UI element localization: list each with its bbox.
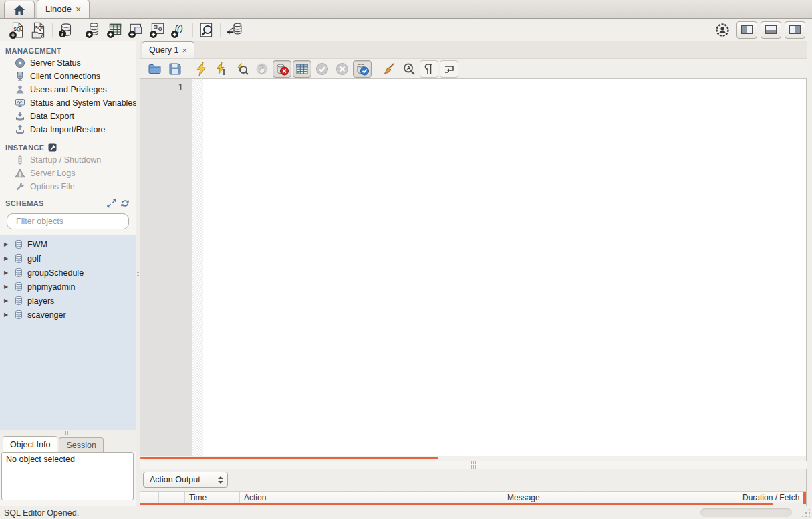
- find-button[interactable]: A: [400, 60, 418, 78]
- schema-icon: [14, 268, 23, 278]
- output-vscrollbar-thumb[interactable]: [803, 492, 806, 504]
- commit-button[interactable]: [313, 60, 331, 78]
- limit-rows-button[interactable]: [293, 60, 311, 78]
- schema-filter-box[interactable]: [7, 213, 129, 229]
- execute-current-button[interactable]: [213, 60, 231, 78]
- sidebar-item-client-connections[interactable]: Client Connections: [0, 70, 136, 83]
- editor-output-splitter[interactable]: [140, 461, 807, 469]
- new-schema-icon: [85, 21, 102, 39]
- close-icon[interactable]: ×: [76, 5, 81, 14]
- sidebar-item-data-export[interactable]: Data Export: [0, 110, 136, 123]
- rollback-button[interactable]: [333, 60, 352, 78]
- search-objects-button[interactable]: [196, 20, 217, 40]
- beautify-button[interactable]: [380, 60, 398, 78]
- column-header-time[interactable]: Time: [185, 492, 240, 503]
- execute-button[interactable]: [192, 60, 211, 78]
- admin-gear-icon: [714, 22, 730, 38]
- connection-tab[interactable]: Linode ×: [37, 0, 90, 18]
- column-header-action[interactable]: Action: [240, 492, 503, 503]
- sidebar-main-splitter[interactable]: [136, 41, 140, 506]
- line-number-gutter: 1: [140, 79, 192, 456]
- navigator-sidebar: MANAGEMENT Server Status Client Connecti…: [0, 41, 136, 506]
- expand-panel-icon[interactable]: [106, 199, 117, 208]
- new-sql-tab-button[interactable]: SQL: [7, 20, 28, 40]
- sidebar-item-users-privileges[interactable]: Users and Privileges: [0, 83, 136, 96]
- schema-item-phpmyadmin[interactable]: ▶ phpmyadmin: [0, 280, 136, 294]
- schema-item-golf[interactable]: ▶ golf: [0, 251, 136, 266]
- tab-session[interactable]: Session: [59, 437, 103, 452]
- reconnect-database-button[interactable]: [223, 20, 245, 40]
- schema-icon: [14, 296, 23, 306]
- selector-spinner[interactable]: [213, 472, 227, 487]
- show-invisibles-button[interactable]: [420, 60, 438, 78]
- data-export-icon: [15, 111, 25, 122]
- tab-label: Object Info: [10, 440, 50, 449]
- open-script-button[interactable]: [146, 60, 164, 78]
- output-view-selector[interactable]: Action Output: [143, 472, 228, 488]
- schema-list: ▶ FWM ▶ golf ▶ groupSchedule ▶ p: [0, 235, 136, 430]
- column-header-blank[interactable]: [159, 492, 185, 503]
- schema-item-scavenger[interactable]: ▶ scavenger: [0, 308, 136, 322]
- admin-preferences-button[interactable]: [712, 20, 733, 40]
- schema-item-groupschedule[interactable]: ▶ groupSchedule: [0, 266, 136, 280]
- toggle-right-panel-button[interactable]: [785, 21, 805, 39]
- explain-button[interactable]: [233, 60, 251, 78]
- new-function-button[interactable]: f(): [168, 20, 190, 40]
- tab-label: Session: [66, 441, 96, 450]
- execute-current-icon: [215, 62, 229, 76]
- schema-filter-input[interactable]: [16, 217, 124, 226]
- sidebar-item-status-variables[interactable]: Status and System Variables: [0, 96, 136, 110]
- toggle-stop-on-error-button[interactable]: [273, 60, 291, 78]
- sidebar-item-data-import[interactable]: Data Import/Restore: [0, 123, 136, 136]
- column-header-blank[interactable]: [140, 492, 159, 503]
- resize-grip[interactable]: [801, 508, 810, 517]
- wrap-text-icon: [442, 62, 456, 76]
- right-panel-icon: [789, 25, 801, 34]
- schema-item-fwm[interactable]: ▶ FWM: [0, 237, 136, 251]
- connection-info-button[interactable]: i: [55, 20, 77, 40]
- stop-button[interactable]: [253, 60, 271, 78]
- instance-title-label: INSTANCE: [5, 144, 45, 152]
- column-header-message[interactable]: Message: [503, 492, 738, 503]
- expander-icon[interactable]: ▶: [4, 312, 10, 318]
- editor-text-area[interactable]: [203, 79, 806, 456]
- save-script-button[interactable]: [166, 60, 184, 78]
- new-table-button[interactable]: [104, 20, 126, 40]
- sidebar-item-server-logs[interactable]: Server Logs: [0, 167, 136, 180]
- output-hscrollbar-thumb[interactable]: [140, 503, 773, 505]
- close-icon[interactable]: ×: [182, 45, 187, 56]
- editor-hscrollbar[interactable]: [140, 456, 807, 461]
- column-header-duration[interactable]: Duration / Fetch: [738, 492, 806, 503]
- status-variables-icon: [15, 98, 25, 108]
- toolbar-separator: [192, 23, 193, 37]
- fold-margin: [192, 79, 203, 456]
- expander-icon[interactable]: ▶: [4, 284, 10, 290]
- new-schema-button[interactable]: [83, 20, 104, 40]
- schema-item-players[interactable]: ▶ players: [0, 294, 136, 308]
- open-sql-script-button[interactable]: SQL: [28, 20, 49, 40]
- sidebar-item-label: Data Export: [30, 112, 74, 121]
- toggle-wrap-button[interactable]: [440, 60, 458, 78]
- editor-hscrollbar-thumb[interactable]: [140, 457, 438, 459]
- sql-code-editor[interactable]: 1: [140, 79, 807, 456]
- sidebar-item-startup-shutdown[interactable]: Startup / Shutdown: [0, 153, 136, 167]
- home-tab[interactable]: [4, 1, 35, 18]
- output-grid-header: Time Action Message Duration / Fetch: [140, 491, 806, 503]
- sidebar-item-options-file[interactable]: Options File: [0, 180, 136, 193]
- expander-icon[interactable]: ▶: [4, 270, 10, 276]
- sidebar-splitter[interactable]: [0, 430, 136, 436]
- toggle-autocommit-button[interactable]: [353, 60, 372, 78]
- sidebar-item-server-status[interactable]: Server Status: [0, 56, 136, 70]
- new-procedure-button[interactable]: [147, 20, 168, 40]
- sql-editor-toolbar: A: [140, 59, 807, 79]
- refresh-schemas-icon[interactable]: [120, 199, 130, 208]
- new-view-button[interactable]: [126, 20, 147, 40]
- expander-icon[interactable]: ▶: [4, 298, 10, 304]
- toggle-bottom-panel-button[interactable]: [761, 21, 781, 39]
- toggle-left-panel-button[interactable]: [736, 21, 757, 39]
- left-panel-icon: [741, 25, 753, 34]
- tab-query-1[interactable]: Query 1 ×: [142, 41, 194, 58]
- tab-object-info[interactable]: Object Info: [3, 436, 57, 452]
- expander-icon[interactable]: ▶: [4, 255, 10, 262]
- expander-icon[interactable]: ▶: [4, 241, 10, 247]
